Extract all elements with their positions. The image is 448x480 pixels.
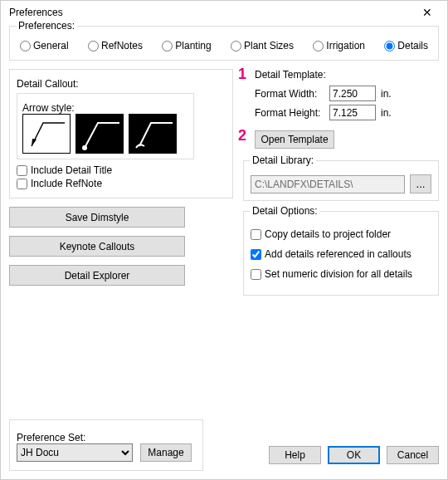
detail-callout-group: Detail Callout: Arrow style: xyxy=(9,69,233,198)
detail-options-legend: Detail Options: xyxy=(250,205,320,217)
detail-template-legend: Detail Template: xyxy=(255,69,439,81)
cancel-button[interactable]: Cancel xyxy=(387,446,439,464)
tab-irrigation[interactable]: Irrigation xyxy=(313,40,365,51)
copy-details-label: Copy details to project folder xyxy=(265,228,391,240)
tab-details-label: Details xyxy=(397,40,428,51)
tab-details[interactable]: Details xyxy=(384,40,428,51)
numeric-division-label: Set numeric division for all details xyxy=(265,268,412,280)
window-title: Preferences xyxy=(9,7,63,18)
arrow-style-2[interactable] xyxy=(75,114,124,154)
copy-details-check[interactable]: Copy details to project folder xyxy=(251,228,431,240)
add-referenced-label: Add details referenced in callouts xyxy=(265,248,411,260)
right-column: 1 Detail Template: Format Width: in. For… xyxy=(243,64,439,296)
detail-explorer-button[interactable]: Detail Explorer xyxy=(9,265,185,286)
detail-callout-legend: Detail Callout: xyxy=(17,78,79,90)
keynote-callouts-button[interactable]: Keynote Callouts xyxy=(9,236,185,257)
tab-refnotes[interactable]: RefNotes xyxy=(88,40,143,51)
include-refnote-label: Include RefNote xyxy=(31,178,102,189)
preference-set-legend: Preference Set: xyxy=(17,432,85,443)
detail-library-path xyxy=(251,175,405,193)
help-button[interactable]: Help xyxy=(269,446,321,464)
dialog-buttons: Help OK Cancel xyxy=(269,446,439,464)
height-unit: in. xyxy=(381,107,392,119)
format-width-label: Format Width: xyxy=(255,88,329,100)
numeric-division-check[interactable]: Set numeric division for all details xyxy=(251,268,431,280)
arrow-style-group: Arrow style: xyxy=(17,93,194,159)
detail-template-group: Detail Template: Format Width: in. Forma… xyxy=(243,69,439,149)
arrow-style-1[interactable] xyxy=(22,114,71,154)
format-height-label: Format Height: xyxy=(255,107,329,119)
save-dimstyle-button[interactable]: Save Dimstyle xyxy=(9,207,185,228)
preferences-group: Preferences: General RefNotes Planting P… xyxy=(9,26,439,61)
add-referenced-check[interactable]: Add details referenced in callouts xyxy=(251,248,431,260)
tab-irrigation-label: Irrigation xyxy=(326,40,365,51)
width-unit: in. xyxy=(381,88,392,100)
format-width-input[interactable] xyxy=(329,86,376,101)
bottom-bar: Preference Set: JH Docu Manage Help OK C… xyxy=(9,419,439,471)
close-icon[interactable]: ✕ xyxy=(417,6,437,19)
arrow-style-3[interactable] xyxy=(129,114,177,154)
detail-options-group: Detail Options: Copy details to project … xyxy=(243,211,439,296)
ok-button[interactable]: OK xyxy=(328,446,380,464)
arrow-icon xyxy=(76,115,124,154)
arrow-style-legend: Arrow style: xyxy=(22,102,75,114)
tab-plant-sizes-label: Plant Sizes xyxy=(244,40,294,51)
preference-set-group: Preference Set: JH Docu Manage xyxy=(9,419,203,471)
format-height-input[interactable] xyxy=(329,105,376,120)
include-detail-title-label: Include Detail Title xyxy=(31,164,112,176)
tab-general[interactable]: General xyxy=(20,40,69,51)
preferences-window: Preferences ✕ Preferences: General RefNo… xyxy=(0,0,448,480)
tab-planting-label: Planting xyxy=(175,40,211,51)
left-column: Detail Callout: Arrow style: xyxy=(9,64,233,296)
tab-row: General RefNotes Planting Plant Sizes Ir… xyxy=(17,35,431,53)
tab-general-label: General xyxy=(33,40,69,51)
include-detail-title-check[interactable]: Include Detail Title xyxy=(17,164,226,176)
svg-point-1 xyxy=(82,145,87,150)
tab-planting[interactable]: Planting xyxy=(162,40,211,51)
annotation-2: 2 xyxy=(238,127,246,144)
browse-button[interactable]: ... xyxy=(410,174,431,193)
svg-marker-0 xyxy=(32,139,37,146)
manage-button[interactable]: Manage xyxy=(140,443,191,462)
arrow-icon xyxy=(23,115,71,154)
tab-refnotes-label: RefNotes xyxy=(101,40,143,51)
tab-plant-sizes[interactable]: Plant Sizes xyxy=(231,40,294,51)
open-template-button[interactable]: Open Template xyxy=(255,130,334,149)
detail-library-group: Detail Library: ... xyxy=(243,160,439,201)
preferences-legend: Preferences: xyxy=(16,20,77,32)
include-refnote-check[interactable]: Include RefNote xyxy=(17,178,226,189)
arrow-icon xyxy=(129,115,178,154)
detail-library-legend: Detail Library: xyxy=(250,154,316,166)
preference-set-select[interactable]: JH Docu xyxy=(17,443,133,462)
